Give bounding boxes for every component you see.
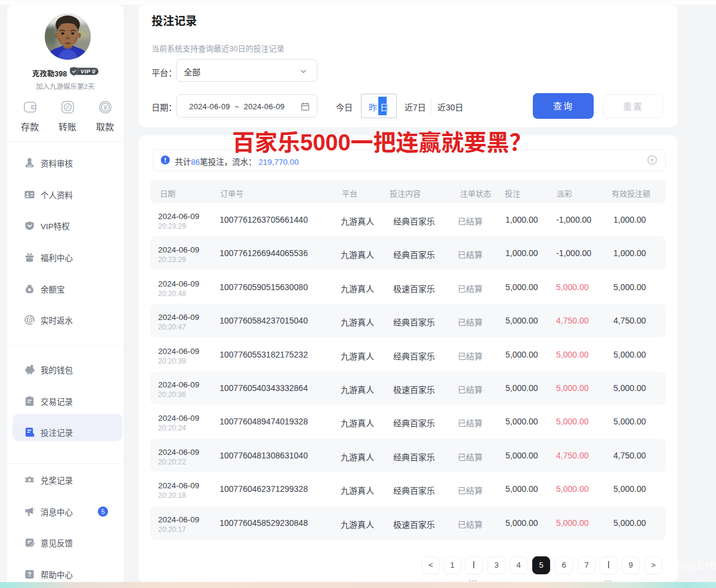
svg-text:?: ? — [27, 571, 31, 578]
svg-text:VIP 0: VIP 0 — [81, 68, 95, 75]
